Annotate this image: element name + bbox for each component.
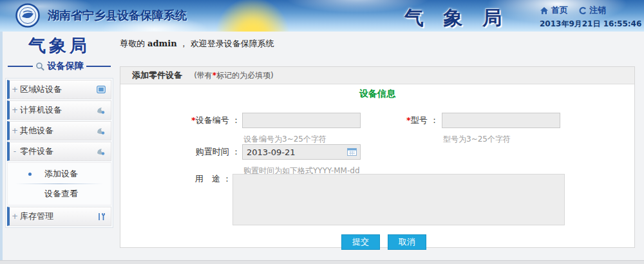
purchase-time-input[interactable]	[242, 144, 361, 160]
submenu-item-add-device[interactable]: 添加设备	[8, 165, 111, 182]
submenu-divider	[15, 184, 103, 184]
divider-line	[86, 66, 111, 67]
model-input[interactable]	[442, 113, 560, 128]
tools-icon	[97, 212, 106, 221]
usage-label: 用 途 ：	[120, 171, 231, 187]
sidebar-item-region-station[interactable]: + 区域站设备	[7, 80, 111, 99]
sidebar-subtitle-row: 设备保障	[8, 61, 111, 72]
device-no-label: *设备编号 ：	[120, 112, 240, 129]
username: admin	[147, 39, 177, 48]
magnifier-icon	[35, 62, 45, 71]
bullet-dot-icon	[28, 173, 32, 176]
bureau-seal-icon	[15, 3, 40, 28]
expand-mark: +	[10, 85, 20, 94]
submit-button[interactable]: 提交	[341, 234, 380, 250]
submenu-item-view-device[interactable]: 设备查看	[8, 185, 111, 202]
required-note: (带有*标记的为必填项)	[194, 71, 274, 80]
expand-mark: +	[10, 212, 20, 221]
required-asterisk: *	[191, 115, 196, 125]
datetime-text: 2013年9月21日 16:55:46	[540, 19, 641, 30]
sidebar-logo-title: 气象局	[5, 34, 113, 57]
site-title: 湖南省宁乡县设备保障系统	[48, 8, 187, 23]
model-label: *型号 ：	[319, 112, 439, 129]
panel-header: 添加零件设备 (带有*标记的为必填项)	[120, 67, 634, 84]
monitor-icon	[97, 86, 106, 93]
device-swoosh-icon	[96, 106, 106, 115]
nav-home-link[interactable]: 首页	[540, 5, 568, 16]
panel-body: 设备信息 *设备编号 ： 设备编号为3~25个字符 *型号 ： 型号为3~25个…	[120, 84, 634, 247]
panel-title: 添加零件设备	[132, 70, 182, 80]
sidebar-item-inventory[interactable]: + 库存管理	[7, 207, 111, 226]
logout-icon	[578, 6, 587, 15]
model-hint: 型号为3~25个字符	[443, 134, 511, 145]
top-nav: 首页 注销 2013年9月21日 16:55:46	[540, 5, 641, 30]
bureau-title: 气 象 局	[404, 5, 508, 32]
home-icon	[540, 6, 549, 15]
nav-logout-link[interactable]: 注销	[578, 5, 606, 16]
left-edge-stripe	[0, 32, 3, 264]
device-no-hint: 设备编号为3~25个字符	[243, 134, 327, 145]
sidebar-item-other[interactable]: + 其他设备	[7, 121, 111, 140]
sidebar-item-parts[interactable]: - 零件设备	[7, 142, 111, 161]
brand: 湖南省宁乡县设备保障系统	[15, 3, 187, 28]
footer-strip	[0, 260, 644, 264]
welcome-message: 尊敬的admin， 欢迎登录设备保障系统	[120, 32, 635, 56]
expand-mark: +	[10, 106, 20, 115]
collapse-mark: -	[10, 147, 20, 156]
page: 湖南省宁乡县设备保障系统 气 象 局 首页 注销 2013年9月21日 16:5	[0, 0, 644, 264]
sidebar-subtitle: 设备保障	[48, 61, 84, 72]
device-swoosh-icon	[96, 147, 106, 156]
add-parts-panel: 添加零件设备 (带有*标记的为必填项) 设备信息 *设备编号 ： 设备编号为3~…	[120, 66, 635, 248]
cancel-button[interactable]: 取消	[388, 234, 426, 250]
divider-line	[8, 66, 33, 67]
calendar-icon[interactable]	[347, 147, 357, 156]
section-title: 设备信息	[120, 88, 634, 100]
usage-textarea[interactable]	[232, 174, 565, 225]
required-asterisk: *	[406, 115, 411, 125]
parts-submenu: 添加设备 设备查看	[7, 162, 111, 205]
sidebar-menu: + 区域站设备 + 计算机设备 + 其他设备	[5, 78, 113, 228]
device-swoosh-icon	[96, 127, 106, 135]
sidebar-item-computer[interactable]: + 计算机设备	[7, 100, 111, 120]
sidebar: 气象局 设备保障 + 区域站设备 + 计算机设备	[5, 32, 113, 228]
main-content: 尊敬的admin， 欢迎登录设备保障系统 添加零件设备 (带有*标记的为必填项)…	[120, 32, 635, 264]
top-banner: 湖南省宁乡县设备保障系统 气 象 局 首页 注销 2013年9月21日 16:5	[0, 0, 644, 32]
expand-mark: +	[10, 126, 20, 135]
purchase-time-label: 购置时间 ：	[120, 144, 240, 160]
